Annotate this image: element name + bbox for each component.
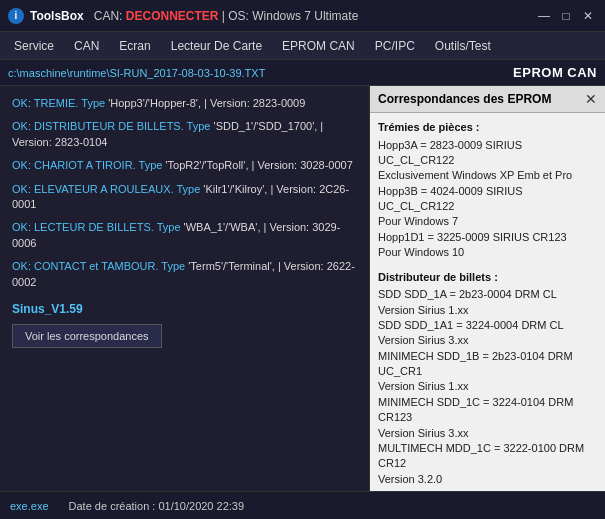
- eprom-line-1-5: Hopp1D1 = 3225-0009 SIRIUS CR123: [378, 230, 597, 245]
- close-button[interactable]: ✕: [579, 7, 597, 25]
- eprom-header: Correspondances des EPROM ✕: [370, 86, 605, 113]
- minimize-button[interactable]: —: [535, 7, 553, 25]
- menu-item-eprom-can[interactable]: EPROM CAN: [272, 35, 365, 57]
- title-bar: i ToolsBox CAN: DECONNECTER | OS: Window…: [0, 0, 605, 32]
- eprom-line-2-2: Version Sirius 1.xx: [378, 303, 597, 318]
- menu-item-can[interactable]: CAN: [64, 35, 109, 57]
- eprom-line-1-6: Pour Windows 10: [378, 245, 597, 260]
- connection-status: CAN: DECONNECTER | OS: Windows 7 Ultimat…: [94, 9, 535, 23]
- app-icon: i: [8, 8, 24, 24]
- sinus-version: Sinus_V1.59: [12, 302, 357, 316]
- eprom-section-title-2: Distributeur de billets :: [378, 269, 597, 286]
- eprom-panel-title: Correspondances des EPROM: [378, 92, 551, 106]
- eprom-line-2-8: Version Sirius 3.xx: [378, 426, 597, 441]
- eprom-line-2-9: MULTIMECH MDD_1C = 3222-0100 DRM CR12: [378, 441, 597, 472]
- menu-item-service[interactable]: Service: [4, 35, 64, 57]
- ok-line-3: OK: CHARIOT A TIROIR. Type 'TopR2'/'TopR…: [12, 158, 357, 173]
- file-path: c:\maschine\runtime\SI-RUN_2017-08-03-10…: [8, 67, 265, 79]
- main-content: OK: TREMIE. Type 'Hopp3'/'Hopper-8', | V…: [0, 86, 605, 491]
- app-name: ToolsBox: [30, 9, 84, 23]
- creation-date: Date de création : 01/10/2020 22:39: [69, 500, 245, 512]
- os-label: | OS: Windows 7 Ultimate: [222, 9, 359, 23]
- window-controls: — □ ✕: [535, 7, 597, 25]
- eprom-body: Trémies de pièces : Hopp3A = 2823-0009 S…: [370, 113, 605, 491]
- ok-line-2: OK: DISTRIBUTEUR DE BILLETS. Type 'SDD_1…: [12, 119, 357, 150]
- eprom-line-2-6: Version Sirius 1.xx: [378, 379, 597, 394]
- status-bar: exe.exe Date de création : 01/10/2020 22…: [0, 491, 605, 519]
- menu-item-pc-ipc[interactable]: PC/IPC: [365, 35, 425, 57]
- disconnected-label[interactable]: DECONNECTER: [126, 9, 219, 23]
- eprom-line-2-4: Version Sirius 3.xx: [378, 333, 597, 348]
- voir-correspondances-button[interactable]: Voir les correspondances: [12, 324, 162, 348]
- menu-item-outils[interactable]: Outils/Test: [425, 35, 501, 57]
- eprom-section-title-1: Trémies de pièces :: [378, 119, 597, 136]
- menu-bar: Service CAN Ecran Lecteur De Carte EPROM…: [0, 32, 605, 60]
- eprom-line-2-7: MINIMECH SDD_1C = 3224-0104 DRM CR123: [378, 395, 597, 426]
- ok-line-5: OK: LECTEUR DE BILLETS. Type 'WBA_1'/'WB…: [12, 220, 357, 251]
- ok-line-4: OK: ELEVATEUR A ROULEAUX. Type 'Kilr1'/'…: [12, 182, 357, 213]
- eprom-line-2-10: Version 3.2.0: [378, 472, 597, 487]
- exe-label: exe.exe: [10, 500, 49, 512]
- eprom-panel: Correspondances des EPROM ✕ Trémies de p…: [370, 86, 605, 491]
- ok-line-1: OK: TREMIE. Type 'Hopp3'/'Hopper-8', | V…: [12, 96, 357, 111]
- eprom-line-1-1: Hopp3A = 2823-0009 SIRIUS UC_CL_CR122: [378, 138, 597, 169]
- eprom-line-2-5: MINIMECH SDD_1B = 2b23-0104 DRM UC_CR1: [378, 349, 597, 380]
- eprom-line-1-2: Exclusivement Windows XP Emb et Pro: [378, 168, 597, 183]
- eprom-line-1-4: Pour Windows 7: [378, 214, 597, 229]
- eprom-line-1-3: Hopp3B = 4024-0009 SIRIUS UC_CL_CR122: [378, 184, 597, 215]
- maximize-button[interactable]: □: [557, 7, 575, 25]
- eprom-close-button[interactable]: ✕: [585, 92, 597, 106]
- section-title: EPROM CAN: [513, 65, 597, 80]
- can-label: CAN:: [94, 9, 123, 23]
- menu-item-ecran[interactable]: Ecran: [109, 35, 160, 57]
- left-panel: OK: TREMIE. Type 'Hopp3'/'Hopper-8', | V…: [0, 86, 370, 491]
- ok-line-6: OK: CONTACT et TAMBOUR. Type 'Term5'/'Te…: [12, 259, 357, 290]
- eprom-line-2-3: SDD SDD_1A1 = 3224-0004 DRM CL: [378, 318, 597, 333]
- eprom-line-2-1: SDD SDD_1A = 2b23-0004 DRM CL: [378, 287, 597, 302]
- menu-item-lecteur[interactable]: Lecteur De Carte: [161, 35, 272, 57]
- path-bar: c:\maschine\runtime\SI-RUN_2017-08-03-10…: [0, 60, 605, 86]
